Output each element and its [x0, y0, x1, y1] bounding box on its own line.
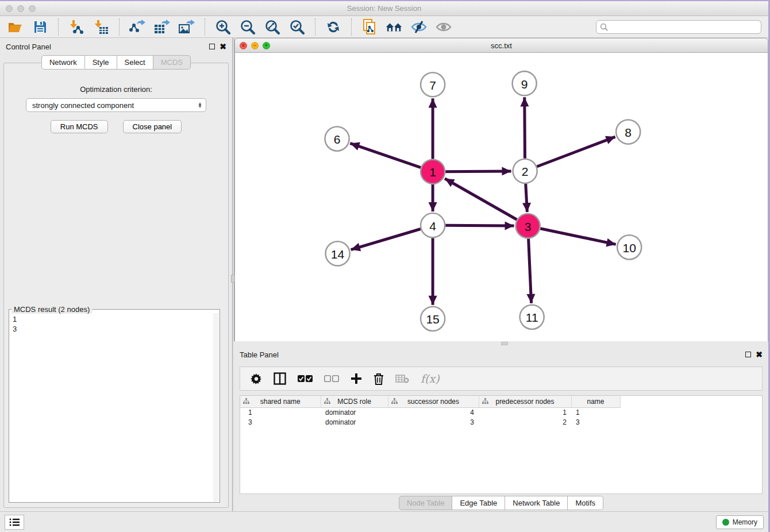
float-panel-icon[interactable]: [745, 352, 751, 357]
cell-shared-name[interactable]: 3: [240, 417, 321, 427]
table-header-row: shared name MCDS role successor nodes: [240, 396, 620, 407]
cell-predecessor-nodes[interactable]: 1: [479, 407, 571, 417]
settings-gear-icon[interactable]: [251, 373, 262, 384]
delete-table-icon[interactable]: [395, 374, 409, 383]
duplicate-network-icon[interactable]: [361, 18, 378, 36]
edge-2-8[interactable]: [537, 137, 615, 167]
main-area: Control Panel ✖ Network Style Select MCD…: [0, 38, 768, 511]
cell-predecessor-nodes[interactable]: 2: [479, 417, 571, 427]
network-window: × − + scc.txt 1234678910111415: [234, 38, 768, 341]
cell-mcds-role[interactable]: dominator: [321, 407, 388, 417]
select-all-checkboxes-icon[interactable]: [298, 375, 313, 383]
edge-1-6[interactable]: [350, 143, 421, 167]
horizontal-splitter[interactable]: [234, 341, 768, 346]
table-toolbar: f(x): [240, 367, 763, 391]
toolbar-separator: [205, 18, 205, 36]
cell-successor-nodes[interactable]: 3: [388, 417, 479, 427]
zoom-fit-icon[interactable]: [264, 18, 281, 36]
column-header-predecessor-nodes[interactable]: predecessor nodes: [479, 396, 571, 407]
graph-node-14[interactable]: 14: [326, 241, 350, 265]
edge-2-9[interactable]: [525, 97, 525, 158]
table-row[interactable]: 3 dominator 3 2 3: [240, 417, 620, 427]
tree-icon: [243, 398, 249, 406]
tab-mcds[interactable]: MCDS: [153, 55, 191, 70]
task-history-button[interactable]: [5, 515, 24, 530]
network-canvas[interactable]: 1234678910111415: [234, 53, 768, 341]
export-table-icon[interactable]: [153, 18, 171, 36]
column-chooser-icon[interactable]: [274, 372, 286, 385]
zoom-selected-icon[interactable]: [288, 18, 306, 36]
delete-column-icon[interactable]: [374, 373, 384, 385]
cell-shared-name[interactable]: 1: [240, 407, 321, 417]
column-header-shared-name[interactable]: shared name: [240, 396, 321, 407]
import-network-icon[interactable]: [68, 18, 85, 36]
close-panel-button[interactable]: Close panel: [123, 120, 182, 133]
tab-select[interactable]: Select: [117, 55, 153, 70]
export-network-icon[interactable]: [129, 18, 146, 36]
tab-style[interactable]: Style: [85, 55, 117, 70]
column-header-name[interactable]: name: [571, 396, 620, 407]
zoom-in-icon[interactable]: [214, 18, 232, 36]
graph-node-2[interactable]: 2: [513, 159, 537, 183]
edge-3-1[interactable]: [445, 179, 517, 220]
show-panel-eye-icon[interactable]: [435, 18, 452, 36]
graph-node-4[interactable]: 4: [421, 213, 445, 237]
tab-node-table[interactable]: Node Table: [399, 496, 453, 510]
close-panel-icon[interactable]: ✖: [220, 43, 226, 51]
zoom-out-icon[interactable]: [239, 18, 256, 36]
node-table[interactable]: shared name MCDS role successor nodes: [240, 395, 763, 494]
result-scrollbar[interactable]: [213, 313, 219, 502]
edge-4-3[interactable]: [445, 225, 514, 226]
float-panel-icon[interactable]: [209, 44, 215, 49]
graph-node-7[interactable]: 7: [421, 72, 445, 97]
search-input[interactable]: [596, 20, 761, 34]
graph-node-11[interactable]: 11: [520, 305, 544, 329]
tab-edge-table[interactable]: Edge Table: [452, 496, 505, 510]
tab-motifs[interactable]: Motifs: [568, 496, 603, 510]
edge-2-3[interactable]: [526, 184, 528, 212]
save-session-icon[interactable]: [32, 18, 49, 36]
splitter-grip[interactable]: [501, 342, 508, 345]
graph-node-3[interactable]: 3: [516, 214, 540, 238]
vertical-splitter[interactable]: [232, 38, 234, 511]
toolbar-search: [596, 20, 761, 34]
edge-1-2[interactable]: [445, 171, 511, 172]
edge-4-14[interactable]: [351, 229, 421, 249]
window-titlebar: Session: New Session: [0, 1, 768, 16]
svg-text:2: 2: [522, 165, 529, 178]
graph-node-8[interactable]: 8: [616, 119, 640, 144]
criterion-select[interactable]: strongly connected component ▲▼: [26, 98, 206, 112]
tab-network-table[interactable]: Network Table: [505, 496, 568, 510]
cell-mcds-role[interactable]: dominator: [321, 417, 388, 427]
column-header-mcds-role[interactable]: MCDS role: [321, 396, 388, 407]
import-table-icon[interactable]: [93, 18, 110, 36]
graph-node-1[interactable]: 1: [421, 160, 445, 184]
graph-node-10[interactable]: 10: [617, 235, 641, 259]
graph-node-9[interactable]: 9: [513, 71, 537, 95]
export-image-icon[interactable]: [178, 18, 195, 36]
column-header-successor-nodes[interactable]: successor nodes: [388, 396, 479, 407]
function-builder-icon[interactable]: f(x): [421, 372, 440, 385]
cell-successor-nodes[interactable]: 4: [388, 407, 479, 417]
cell-name[interactable]: 1: [571, 407, 620, 417]
add-column-icon[interactable]: [351, 373, 362, 384]
close-panel-icon[interactable]: ✖: [756, 350, 763, 358]
table-row[interactable]: 1 dominator 4 1 1: [240, 407, 620, 417]
deselect-all-checkboxes-icon[interactable]: [324, 375, 339, 383]
edge-3-10[interactable]: [540, 229, 615, 245]
memory-button[interactable]: Memory: [716, 515, 764, 529]
graph-node-6[interactable]: 6: [325, 127, 349, 151]
mcds-result-text[interactable]: 1 3: [13, 314, 213, 502]
run-mcds-button[interactable]: Run MCDS: [51, 120, 108, 133]
network-graph[interactable]: 1234678910111415: [235, 53, 768, 341]
graph-node-15[interactable]: 15: [421, 307, 445, 331]
cell-name[interactable]: 3: [571, 417, 620, 427]
edge-3-11[interactable]: [529, 238, 532, 303]
table-tabs: Node Table Edge Table Network Table Moti…: [234, 494, 768, 511]
hide-panel-eye-icon[interactable]: [410, 18, 428, 36]
open-folder-icon[interactable]: [7, 18, 24, 36]
home-layout-icon[interactable]: [386, 18, 403, 36]
control-panel-header: Control Panel ✖: [0, 38, 232, 55]
tab-network[interactable]: Network: [41, 55, 85, 70]
refresh-layout-icon[interactable]: [325, 18, 342, 36]
